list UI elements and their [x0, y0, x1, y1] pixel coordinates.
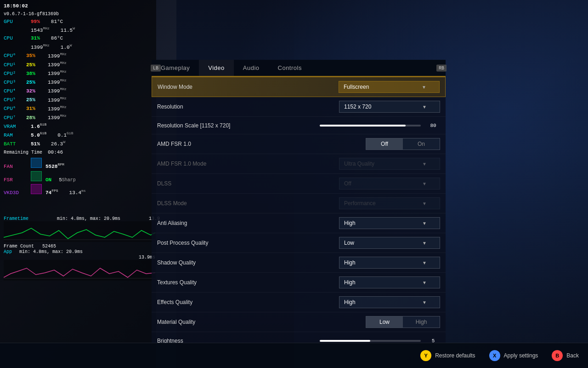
hud-ram-swap: 0.1GiB	[57, 131, 73, 139]
dropdown-arrow-icon: ▼	[422, 85, 426, 90]
dropdown-anti-aliasing[interactable]: High ▼	[339, 217, 440, 229]
setting-label-amd-fsr: AMD FSR 1.0	[157, 141, 258, 147]
slider-resolution-scale[interactable]	[320, 125, 421, 126]
hud-gpu-label: GPU	[4, 18, 29, 26]
vkd3d-indicator	[31, 184, 42, 194]
hud-batt-power: 26.3W	[51, 139, 65, 148]
dropdown-window-mode[interactable]: Fullscreen ▼	[339, 81, 440, 93]
dropdown-textures-quality[interactable]: High ▼	[339, 276, 440, 288]
setting-label-window-mode: Window Mode	[158, 84, 259, 90]
setting-row-window-mode: Window Mode Fullscreen ▼	[152, 77, 446, 97]
setting-row-anti-aliasing: Anti Aliasing High ▼	[152, 213, 446, 233]
rb-button[interactable]: RB	[436, 64, 447, 71]
setting-label-amd-fsr-mode: AMD FSR 1.0 Mode	[157, 161, 258, 167]
dropdown-post-process[interactable]: Low ▼	[339, 237, 440, 249]
hud-core-1-usage: 25%	[26, 61, 42, 69]
dropdown-amd-fsr-mode-arrow-icon: ▼	[422, 161, 427, 167]
hud-gpu-clock: 1543MHz	[31, 26, 50, 34]
hud-cpu-temp: 86°C	[51, 34, 63, 42]
setting-row-shadow-quality: Shadow Quality High ▼	[152, 253, 446, 273]
hud-core-0-clock: 1399MHz	[48, 52, 67, 60]
toggle-material-quality-high[interactable]: High	[403, 316, 440, 328]
hud-time: 18:50:02	[4, 2, 28, 10]
frametime-graph	[4, 221, 155, 242]
hud-core-5-line: CPU⁵ 25% 1399MHz	[4, 96, 86, 104]
hud-fan-speed: 5528RPM	[45, 162, 64, 170]
hud-ram-line: RAM 5.0GiB 0.1GiB	[4, 131, 86, 139]
setting-control-dlss-mode: Performance ▼	[258, 197, 440, 209]
dropdown-effects-quality[interactable]: High ▼	[339, 296, 440, 308]
dropdown-resolution[interactable]: 1152 x 720 ▼	[339, 101, 440, 113]
toggle-material-quality-low[interactable]: Low	[366, 316, 403, 328]
setting-row-material-quality: Material Quality Low High	[152, 312, 446, 332]
hud-vram-label: VRAM	[4, 123, 29, 131]
restore-defaults-action[interactable]: Y Restore defaults	[420, 350, 475, 361]
hud-fsr-val: ON	[45, 176, 51, 184]
setting-row-amd-fsr: AMD FSR 1.0 Off On	[152, 134, 446, 154]
setting-control-amd-fsr: Off On	[258, 138, 440, 150]
hud-cpu-clock-line: 1399MHz 1.0W	[4, 43, 86, 51]
hud-ram-val: 5.0GiB	[31, 131, 46, 139]
hud-core-0-usage: 35%	[26, 52, 42, 60]
hud-batt-label: BATT	[4, 140, 29, 148]
hud-gpu-power: 11.5W	[61, 26, 75, 34]
dropdown-dlss-mode[interactable]: Performance ▼	[339, 197, 440, 209]
hud-batt-line: BATT 51% 26.3W	[4, 139, 86, 148]
hud-gpu-clock-line: 1543MHz 11.5W	[4, 26, 86, 34]
slider-fill-brightness	[320, 340, 370, 342]
setting-control-effects-quality: High ▼	[258, 296, 440, 308]
back-label: Back	[566, 352, 579, 359]
frametime-section: Frametime min: 4.8ms, max: 20.9ms 13.9	[4, 216, 160, 244]
dropdown-textures-quality-value: High	[344, 279, 356, 286]
hud-core-1-clock: 1399MHz	[48, 60, 67, 69]
tab-video[interactable]: Video	[199, 60, 234, 76]
b-button-icon: B	[552, 350, 563, 361]
back-action[interactable]: B Back	[552, 350, 579, 361]
hud-core-4-id: CPU⁴	[4, 87, 24, 95]
hud-batt-pct: 51%	[31, 140, 40, 148]
settings-panel: LB Gameplay Video Audio Controls RB Wind…	[152, 60, 446, 344]
hud-core-3-usage: 25%	[26, 79, 42, 86]
setting-label-shadow-quality: Shadow Quality	[157, 259, 258, 266]
slider-brightness[interactable]	[320, 340, 421, 342]
hud-core-7-usage: 28%	[26, 114, 42, 122]
frame-count-line: Frame Count 52465	[4, 244, 155, 249]
hud-vkd3d-ft: 13.4ms	[69, 188, 86, 196]
dropdown-shadow-quality-value: High	[344, 259, 356, 266]
app-current: 13.9ms	[4, 255, 155, 260]
hud-core-5-clock: 1399MHz	[48, 96, 67, 104]
hud-vkd3d-fps: 74FPS	[45, 188, 58, 196]
dropdown-shadow-quality[interactable]: High ▼	[339, 257, 440, 269]
hud-version: v0.6.7-1-16-gf81369b	[4, 11, 59, 17]
setting-row-amd-fsr-mode: AMD FSR 1.0 Mode Ultra Quality ▼	[152, 154, 446, 174]
apply-settings-action[interactable]: X Apply settings	[489, 350, 538, 361]
hud-version-line: v0.6.7-1-16-gf81369b	[4, 11, 86, 17]
tab-gameplay[interactable]: Gameplay	[152, 60, 199, 76]
hud-gpu-temp: 81°C	[51, 18, 63, 26]
hud-fan-label: FAN	[4, 163, 29, 171]
setting-control-textures-quality: High ▼	[258, 276, 440, 288]
dropdown-dlss[interactable]: Off ▼	[339, 178, 440, 190]
apply-settings-label: Apply settings	[504, 352, 538, 359]
hud-fsr-line: FSR ON 5Sharp	[4, 171, 86, 184]
dropdown-post-process-value: Low	[344, 240, 354, 246]
setting-label-textures-quality: Textures Quality	[157, 279, 258, 286]
tabs-bar: LB Gameplay Video Audio Controls RB	[152, 60, 446, 77]
dropdown-amd-fsr-mode[interactable]: Ultra Quality ▼	[339, 158, 440, 170]
settings-content: Window Mode Fullscreen ▼ Resolution 1152…	[152, 77, 446, 344]
tab-audio[interactable]: Audio	[234, 60, 269, 76]
toggle-amd-fsr-off[interactable]: Off	[366, 138, 403, 150]
dropdown-dlss-arrow-icon: ▼	[422, 181, 427, 186]
setting-control-anti-aliasing: High ▼	[258, 217, 440, 229]
setting-row-effects-quality: Effects Quality High ▼	[152, 293, 446, 312]
toggle-amd-fsr: Off On	[366, 138, 440, 150]
tab-controls[interactable]: Controls	[269, 60, 311, 76]
hud-remaining-time: Remaining Time 00:46	[4, 149, 86, 156]
hud-core-6-clock: 1399MHz	[48, 104, 67, 113]
dropdown-resolution-value: 1152 x 720	[344, 104, 371, 110]
slider-fill-resolution-scale	[320, 125, 406, 126]
setting-control-dlss: Off ▼	[258, 178, 440, 190]
setting-row-textures-quality: Textures Quality High ▼	[152, 273, 446, 293]
dropdown-textures-quality-arrow-icon: ▼	[422, 280, 427, 285]
toggle-amd-fsr-on[interactable]: On	[403, 138, 440, 150]
